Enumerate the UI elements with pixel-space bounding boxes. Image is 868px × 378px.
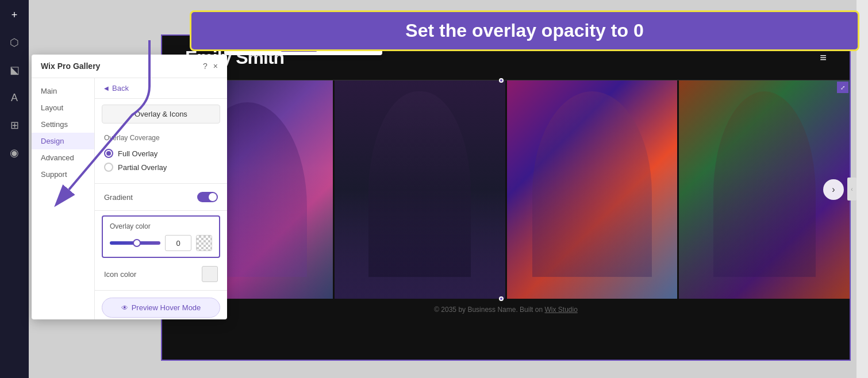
add-media-btn[interactable]: Add Media xyxy=(229,38,273,52)
divider-3 xyxy=(95,290,227,291)
preview-btn-label: Preview Hover Mode xyxy=(132,303,201,312)
overlay-icons-btn[interactable]: Overlay & Icons xyxy=(102,105,220,124)
gallery-area: CAIN xyxy=(162,80,850,299)
nav-item-settings[interactable]: Settings xyxy=(32,116,94,133)
add-icon[interactable]: + xyxy=(5,6,24,24)
color-slider-thumb[interactable] xyxy=(133,239,141,247)
selection-dot-top xyxy=(499,78,504,83)
panel-nav: Main Layout Settings Design Advanced Sup… xyxy=(32,78,95,319)
nav-item-design[interactable]: Design xyxy=(32,133,94,149)
nav-hamburger-icon[interactable]: ≡ xyxy=(820,51,827,64)
color-controls xyxy=(110,235,212,251)
panel-help-icon[interactable]: ? xyxy=(203,61,208,71)
icon-color-row: Icon color xyxy=(95,263,227,286)
nav-item-support[interactable]: Support xyxy=(32,166,94,183)
nav-item-advanced[interactable]: Advanced xyxy=(32,149,94,166)
divider-1 xyxy=(95,183,227,184)
resize-handle-icon[interactable]: ⤢ xyxy=(837,82,848,93)
preview-hover-mode-btn[interactable]: 👁 Preview Hover Mode xyxy=(102,298,220,318)
gradient-label: Gradient xyxy=(104,193,133,202)
back-label: Back xyxy=(112,84,129,92)
settings-btn[interactable]: Settings xyxy=(281,38,317,52)
full-overlay-radio[interactable] xyxy=(104,149,113,158)
gallery-img-placeholder-2 xyxy=(335,80,505,299)
back-button[interactable]: ◀ Back xyxy=(95,78,227,99)
panel-header-actions: ? × xyxy=(203,61,218,71)
wix-pro-gallery-panel: Wix Pro Gallery ? × Main Layout Settings… xyxy=(32,55,227,319)
icon-color-label: Icon color xyxy=(104,270,136,279)
selection-dot-bottom xyxy=(499,296,504,301)
partial-overlay-option[interactable]: Partial Overlay xyxy=(104,160,218,174)
full-overlay-option[interactable]: Full Overlay xyxy=(104,146,218,160)
panel-header: Wix Pro Gallery ? × xyxy=(32,55,227,78)
overlay-coverage-radio-group: Full Overlay Partial Overlay xyxy=(95,144,227,179)
more-btn[interactable]: ··· xyxy=(362,37,378,53)
partial-overlay-label: Partial Overlay xyxy=(118,163,167,172)
layers-icon[interactable]: ⬡ xyxy=(5,33,24,52)
toolbar-sep-2 xyxy=(321,40,321,50)
website-preview: Emily Smith ≡ CAIN xyxy=(161,34,851,361)
theme-icon[interactable]: A xyxy=(5,88,24,107)
panel-body: Main Layout Settings Design Advanced Sup… xyxy=(32,78,227,319)
overlay-coverage-label: Overlay Coverage xyxy=(95,129,227,144)
media-icon[interactable]: ◉ xyxy=(5,144,24,162)
color-slider[interactable] xyxy=(110,241,160,245)
panel-title: Wix Pro Gallery xyxy=(41,61,100,71)
sub-panel: ◀ Back Overlay & Icons Overlay Coverage … xyxy=(95,78,227,319)
nav-item-main[interactable]: Main xyxy=(32,83,94,99)
opacity-input[interactable] xyxy=(165,235,191,251)
divider-2 xyxy=(95,210,227,211)
nav-item-layout[interactable]: Layout xyxy=(32,99,94,116)
overlay-color-label: Overlay color xyxy=(110,222,212,230)
icon-color-swatch[interactable] xyxy=(202,266,218,282)
apps-icon[interactable]: ⊞ xyxy=(5,116,24,134)
panel-close-icon[interactable]: × xyxy=(213,61,218,71)
back-arrow-icon: ◀ xyxy=(104,85,109,91)
gradient-row: Gradient xyxy=(95,188,227,206)
toolbar-sep-1 xyxy=(276,40,277,50)
gallery-toolbar: Add Media Settings 💬 ? ··· xyxy=(224,34,382,55)
left-toolbar: + ⬡ ⬕ A ⊞ ◉ xyxy=(0,0,29,378)
website-footer: © 2035 by Business Name. Built on Wix St… xyxy=(162,299,850,321)
gallery-img-placeholder-3 xyxy=(507,80,678,299)
partial-overlay-radio[interactable] xyxy=(104,163,113,172)
preview-eye-icon: 👁 xyxy=(121,304,128,312)
gallery-image-3 xyxy=(507,80,678,299)
help-btn[interactable]: ? xyxy=(343,37,359,53)
gallery-nav-next[interactable]: › xyxy=(823,179,844,200)
overlay-color-box: Overlay color xyxy=(102,215,220,258)
wix-studio-link[interactable]: Wix Studio xyxy=(544,306,577,314)
gallery-image-2 xyxy=(335,80,505,299)
pages-icon[interactable]: ⬕ xyxy=(5,61,24,79)
chat-btn[interactable]: 💬 xyxy=(325,37,341,53)
color-swatch[interactable] xyxy=(196,235,212,251)
right-resize-handle[interactable]: ‹ xyxy=(847,178,857,200)
full-overlay-label: Full Overlay xyxy=(118,149,158,158)
gradient-toggle[interactable] xyxy=(197,192,218,202)
